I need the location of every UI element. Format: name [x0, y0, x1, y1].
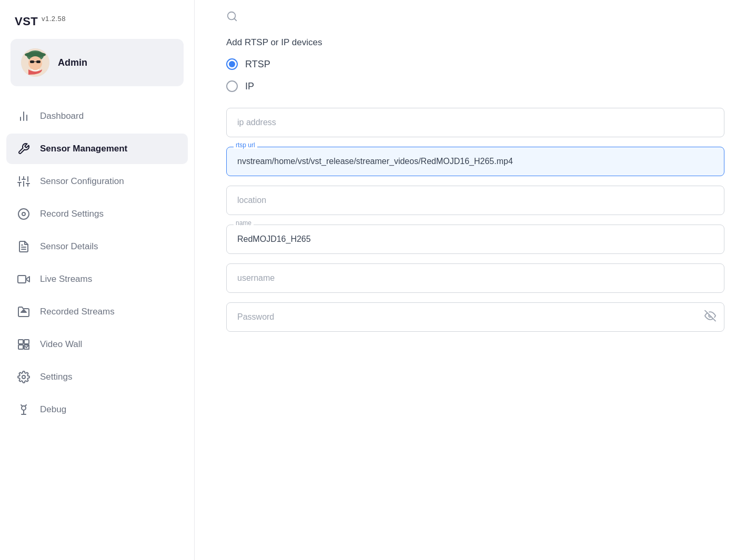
rtsp-radio-label[interactable]: RTSP [226, 58, 724, 70]
main-nav: Dashboard Sensor Management [0, 101, 194, 560]
sidebar-item-label: Live Streams [40, 274, 92, 284]
sidebar-item-sensor-management[interactable]: Sensor Management [6, 134, 188, 164]
document-icon [17, 240, 31, 253]
sidebar-item-settings[interactable]: Settings [6, 362, 188, 392]
app-logo: VST v1.2.58 [0, 0, 194, 39]
sidebar-item-label: Recorded Streams [40, 307, 115, 317]
svg-rect-5 [36, 60, 41, 63]
svg-point-3 [28, 56, 42, 70]
section-subtitle: Add RTSP or IP devices [226, 37, 724, 48]
sidebar-item-label: Sensor Management [40, 144, 127, 154]
record-icon [17, 207, 31, 221]
password-toggle-icon[interactable] [704, 310, 716, 324]
svg-rect-28 [18, 345, 23, 349]
svg-rect-27 [24, 340, 29, 344]
sidebar-item-label: Debug [40, 404, 66, 415]
ip-radio-button[interactable] [226, 80, 238, 92]
sliders-icon [17, 175, 31, 188]
settings-icon [17, 370, 31, 384]
name-label: name [234, 219, 254, 227]
ip-address-field [226, 108, 724, 137]
rtsp-label: RTSP [245, 59, 270, 70]
svg-rect-24 [18, 276, 26, 283]
chart-icon [17, 109, 31, 123]
username-display: Admin [58, 57, 87, 68]
debug-icon [17, 403, 31, 416]
sidebar-item-debug[interactable]: Debug [6, 394, 188, 425]
svg-marker-23 [26, 277, 29, 282]
search-bar [226, 0, 724, 30]
username-input[interactable] [226, 263, 724, 293]
main-content: Add RTSP or IP devices RTSP IP rtsp url … [195, 0, 756, 560]
search-input[interactable] [244, 13, 381, 23]
svg-point-20 [22, 212, 25, 216]
search-icon [226, 11, 238, 25]
video-wall-icon [17, 338, 31, 351]
ip-radio-label[interactable]: IP [226, 80, 724, 92]
user-profile[interactable]: Admin [11, 39, 184, 86]
device-type-radio-group: RTSP IP [226, 58, 724, 92]
ip-address-input[interactable] [226, 108, 724, 137]
rtsp-url-label: rtsp url [234, 141, 257, 149]
sidebar-item-sensor-configuration[interactable]: Sensor Configuration [6, 166, 188, 197]
sidebar-item-recorded-streams[interactable]: Recorded Streams [6, 297, 188, 327]
sidebar-item-label: Dashboard [40, 111, 84, 121]
app-version: v1.2.58 [42, 15, 66, 23]
password-input[interactable] [226, 302, 724, 332]
sidebar-item-live-streams[interactable]: Live Streams [6, 264, 188, 294]
svg-rect-4 [30, 60, 34, 63]
folder-icon [17, 305, 31, 319]
sidebar-item-label: Video Wall [40, 339, 82, 350]
avatar [21, 48, 49, 77]
sidebar-item-video-wall[interactable]: Video Wall [6, 329, 188, 360]
rtsp-url-input[interactable] [226, 147, 724, 176]
svg-point-31 [22, 406, 26, 410]
sidebar-item-label: Settings [40, 372, 72, 382]
wrench-icon [17, 142, 31, 156]
app-name: VST [15, 15, 38, 28]
svg-marker-25 [21, 310, 26, 312]
name-field: name [226, 225, 724, 254]
location-input[interactable] [226, 186, 724, 215]
sidebar-item-record-settings[interactable]: Record Settings [6, 199, 188, 229]
camera-icon [17, 272, 31, 286]
ip-label: IP [245, 81, 254, 92]
svg-point-30 [22, 375, 25, 379]
sidebar-item-label: Record Settings [40, 209, 104, 219]
sidebar-item-dashboard[interactable]: Dashboard [6, 101, 188, 131]
password-field [226, 302, 724, 332]
username-field [226, 263, 724, 293]
sidebar: VST v1.2.58 Admin [0, 0, 195, 560]
sidebar-item-sensor-details[interactable]: Sensor Details [6, 231, 188, 262]
svg-line-33 [234, 18, 236, 21]
name-input[interactable] [226, 225, 724, 254]
sidebar-item-label: Sensor Configuration [40, 176, 124, 187]
location-field [226, 186, 724, 215]
svg-point-19 [18, 209, 29, 219]
sidebar-item-label: Sensor Details [40, 241, 98, 252]
rtsp-radio-button[interactable] [226, 58, 238, 70]
rtsp-url-field: rtsp url [226, 147, 724, 176]
svg-rect-26 [18, 340, 23, 344]
